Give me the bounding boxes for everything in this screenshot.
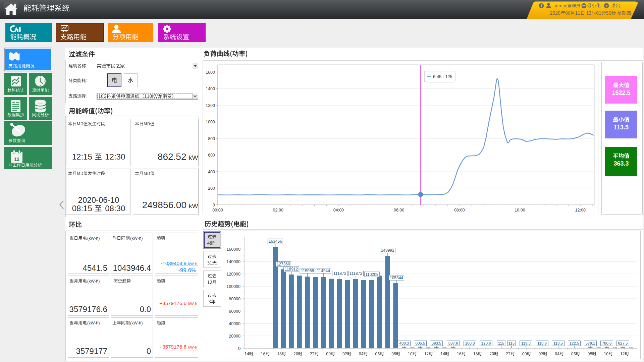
svg-text:363.3: 363.3: [613, 160, 629, 167]
svg-text:kW·h: kW·h: [188, 345, 197, 349]
svg-text:148992: 148992: [381, 248, 394, 253]
svg-text:0.0: 0.0: [140, 305, 151, 314]
svg-text:12: 12: [14, 157, 19, 162]
svg-text:3579176.6: 3579176.6: [69, 305, 107, 314]
svg-text:862.52: 862.52: [158, 152, 186, 162]
svg-text:1000: 1000: [206, 120, 215, 124]
svg-text:x: x: [605, 4, 608, 8]
svg-text:12:15: 12:15: [72, 152, 92, 161]
svg-text:119.3: 119.3: [521, 341, 531, 345]
svg-text:(kW·h): (kW·h): [87, 321, 100, 325]
svg-text:(kW·h): (kW·h): [87, 236, 100, 241]
svg-text:-99.6%: -99.6%: [178, 267, 196, 274]
svg-text:105344: 105344: [390, 276, 403, 280]
svg-text:800: 800: [208, 136, 215, 141]
svg-text:kW: kW: [189, 202, 198, 209]
svg-text:(kW·h): (kW·h): [130, 236, 143, 241]
svg-text:0: 0: [213, 203, 215, 207]
svg-text:480.3: 480.3: [399, 341, 409, 345]
svg-text:10:00: 10:00: [515, 208, 525, 213]
svg-text:627.5: 627.5: [618, 341, 628, 345]
svg-text:08:30: 08:30: [105, 204, 125, 213]
svg-text:120.6: 120.6: [481, 341, 491, 345]
svg-text:00:00: 00:00: [212, 208, 223, 213]
svg-text:kW·h: kW·h: [188, 302, 197, 306]
svg-text:780.6: 780.6: [602, 341, 612, 345]
svg-text:(kW·h): (kW·h): [87, 279, 100, 284]
svg-text:40000: 40000: [229, 321, 240, 326]
svg-text:587.6: 587.6: [448, 341, 458, 345]
svg-text:(kW·h): (kW·h): [130, 321, 143, 325]
svg-text:579.1: 579.1: [586, 341, 595, 345]
svg-text:114944: 114944: [317, 268, 330, 273]
svg-text:80000: 80000: [229, 297, 240, 301]
svg-text:122.5: 122.5: [570, 341, 579, 345]
svg-text:0: 0: [147, 347, 151, 356]
svg-text:111872: 111872: [350, 271, 363, 276]
svg-text:12:30: 12:30: [105, 152, 125, 161]
svg-text:400: 400: [208, 170, 215, 174]
svg-text:118.6: 118.6: [537, 341, 547, 345]
svg-text:1522.5: 1522.5: [612, 89, 630, 96]
svg-text:115968: 115968: [301, 268, 314, 273]
svg-text:20000: 20000: [229, 334, 240, 339]
svg-text:163456: 163456: [269, 239, 282, 244]
svg-text:100000: 100000: [226, 284, 240, 289]
svg-text:0: 0: [238, 346, 240, 351]
svg-text:111872: 111872: [333, 271, 346, 276]
svg-text:60000: 60000: [229, 309, 240, 314]
svg-text:200: 200: [208, 186, 215, 191]
svg-text:02:00: 02:00: [273, 208, 283, 213]
svg-text:160000: 160000: [226, 247, 240, 252]
svg-text:1043946.4: 1043946.4: [113, 263, 151, 273]
svg-text:2020-06-10: 2020-06-10: [78, 195, 119, 204]
svg-text:113.5: 113.5: [614, 124, 629, 131]
svg-text:-1039404.9: -1039404.9: [161, 260, 186, 266]
svg-text:4541.5: 4541.5: [83, 263, 107, 273]
svg-text:+3579176.6: +3579176.6: [159, 300, 186, 306]
svg-text:04:00: 04:00: [333, 208, 344, 213]
svg-text:3579177: 3579177: [76, 347, 107, 356]
svg-text:06:00: 06:00: [394, 208, 404, 213]
svg-text:110208: 110208: [365, 272, 378, 277]
svg-text:115: 115: [498, 341, 504, 345]
svg-text:393.5: 393.5: [432, 341, 441, 345]
svg-text:kW·h: kW·h: [188, 262, 197, 266]
svg-text:118.5: 118.5: [553, 341, 563, 345]
svg-text:08:00: 08:00: [454, 208, 465, 213]
svg-text:118912: 118912: [285, 267, 298, 272]
svg-text:6:45 : 125: 6:45 : 125: [433, 74, 452, 79]
svg-text:12:00: 12:00: [575, 208, 586, 213]
svg-text:115: 115: [508, 341, 515, 345]
svg-text:+3579176.6: +3579176.6: [159, 344, 186, 350]
svg-text:160.8: 160.8: [465, 341, 475, 345]
svg-text:1600: 1600: [206, 70, 215, 75]
svg-text:600: 600: [208, 153, 215, 158]
svg-text:1400: 1400: [206, 86, 215, 91]
svg-text:127360: 127360: [277, 262, 290, 266]
svg-text:605.5: 605.5: [416, 341, 425, 345]
svg-text:1200: 1200: [206, 103, 215, 108]
svg-text:kW: kW: [189, 154, 198, 161]
svg-text:140000: 140000: [226, 259, 240, 264]
svg-text:249856.00: 249856.00: [142, 200, 186, 210]
svg-text:08:15: 08:15: [72, 204, 92, 213]
svg-text:120000: 120000: [226, 272, 240, 277]
